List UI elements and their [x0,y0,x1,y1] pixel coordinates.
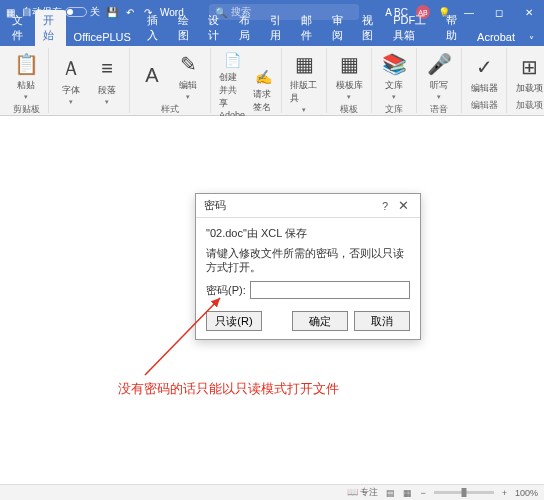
menu-插入[interactable]: 插入 [139,10,170,46]
zoom-level[interactable]: 100% [515,488,538,498]
ribbon-group-模板: ▦模板库▾模板 [327,48,372,113]
ok-button[interactable]: 确定 [292,311,348,331]
ribbon-group-label: 加载项 [516,99,543,113]
ribbon-group-样式: A✎编辑▾样式 [130,48,211,113]
password-dialog: 密码 ? ✕ "02.doc"由 XCL 保存 请键入修改文件所需的密码，否则以… [195,193,421,340]
ribbon-icon: ▦ [290,50,318,78]
menu-布局[interactable]: 布局 [231,10,262,46]
ribbon-group-font: Ａ字体▾≡段落▾ [49,48,130,113]
ribbon-icon: ✎ [174,50,202,78]
menu-审阅[interactable]: 审阅 [324,10,355,46]
ribbon-btn-编辑器[interactable]: ✓编辑器 [468,51,500,97]
ribbon-expand-icon[interactable]: ˅ [523,35,540,46]
dialog-file-info: "02.doc"由 XCL 保存 [206,226,410,241]
close-icon[interactable]: ✕ [394,198,412,213]
ribbon-btn-段落[interactable]: ≡段落▾ [91,53,123,108]
ribbon-icon: 📋 [12,50,40,78]
ribbon-btn-排版工具[interactable]: ▦排版工具▾ [288,48,320,116]
ribbon-btn-字体[interactable]: Ａ字体▾ [55,53,87,108]
ribbon-group-label: 编辑器 [471,99,498,113]
menu-文件[interactable]: 文件 [4,10,35,46]
ribbon-icon: ▦ [335,50,363,78]
readonly-button[interactable]: 只读(R) [206,311,262,331]
ribbon-group-语音: 🎤听写▾语音 [417,48,462,113]
maximize-button[interactable]: ◻ [488,3,510,21]
ribbon-btn-请求签名[interactable]: ✍请求签名 [251,65,275,116]
menu-PDF工具箱[interactable]: PDF工具箱 [385,10,438,46]
dialog-instruction: 请键入修改文件所需的密码，否则以只读方式打开。 [206,247,410,275]
menu-OfficePLUS[interactable]: OfficePLUS [66,28,139,46]
ribbon-group-加载项: ⊞加载项加载项 [507,48,544,113]
ribbon: 📋粘贴▾剪贴板Ａ字体▾≡段落▾A✎编辑▾样式📄创建并共享 Adobe PDF✍请… [0,46,544,116]
ribbon-group-Adobe Acrobat: 📄创建并共享 Adobe PDF✍请求签名Adobe Acrobat [211,48,282,113]
ribbon-group-label: 语音 [430,103,448,117]
menu-引用[interactable]: 引用 [262,10,293,46]
ribbon-btn-style[interactable]: A [136,60,168,92]
ribbon-btn-听写[interactable]: 🎤听写▾ [423,48,455,103]
menu-视图[interactable]: 视图 [354,10,385,46]
ribbon-group-剪贴板: 📋粘贴▾剪贴板 [4,48,49,113]
close-button[interactable]: ✕ [518,3,540,21]
annotation-text: 没有密码的话只能以只读模式打开文件 [118,380,339,398]
undo-icon[interactable]: ↶ [124,6,136,18]
zoom-slider[interactable] [434,491,494,494]
ribbon-icon: Ａ [57,55,85,83]
ribbon-btn-模板库[interactable]: ▦模板库▾ [333,48,365,103]
ribbon-btn-粘贴[interactable]: 📋粘贴▾ [10,48,42,103]
password-input[interactable] [250,281,410,299]
ribbon-btn-文库[interactable]: 📚文库▾ [378,48,410,103]
ribbon-group-label: 剪贴板 [13,103,40,117]
ribbon-group-label: 模板 [340,103,358,117]
ribbon-group-排版工具箱: ▦排版工具▾排版工具箱 [282,48,327,113]
ribbon-icon: ✓ [470,53,498,81]
ribbon-icon: 📚 [380,50,408,78]
ribbon-icon: ✍ [253,67,273,87]
ribbon-icon: ≡ [93,55,121,83]
ribbon-group-编辑器: ✓编辑器编辑器 [462,48,507,113]
menu-邮件[interactable]: 邮件 [293,10,324,46]
dialog-title: 密码 [204,198,376,213]
ribbon-icon: A [138,62,166,90]
status-bar: 📖 专注 ▤ ▦ − + 100% [0,484,544,500]
view-print-icon[interactable]: ▤ [386,488,395,498]
ribbon-group-label: 文库 [385,103,403,117]
zoom-out-icon[interactable]: − [420,488,425,498]
ribbon-btn-加载项[interactable]: ⊞加载项 [513,51,544,97]
cancel-button[interactable]: 取消 [354,311,410,331]
save-icon[interactable]: 💾 [106,6,118,18]
menu-Acrobat[interactable]: Acrobat [469,28,523,46]
menu-开始[interactable]: 开始 [35,10,66,46]
ribbon-group-文库: 📚文库▾文库 [372,48,417,113]
focus-mode[interactable]: 📖 专注 [347,486,379,499]
menu-bar: 文件开始OfficePLUS插入绘图设计布局引用邮件审阅视图PDF工具箱帮助Ac… [0,24,544,46]
password-label: 密码(P): [206,283,246,298]
ribbon-group-label: 样式 [161,103,179,117]
ribbon-icon: ⊞ [515,53,543,81]
menu-绘图[interactable]: 绘图 [170,10,201,46]
ribbon-icon: 📄 [222,50,242,70]
menu-设计[interactable]: 设计 [200,10,231,46]
zoom-in-icon[interactable]: + [502,488,507,498]
ribbon-btn-编辑[interactable]: ✎编辑▾ [172,48,204,103]
view-web-icon[interactable]: ▦ [403,488,412,498]
ribbon-icon: 🎤 [425,50,453,78]
menu-帮助[interactable]: 帮助 [438,10,469,46]
help-button[interactable]: ? [376,200,394,212]
